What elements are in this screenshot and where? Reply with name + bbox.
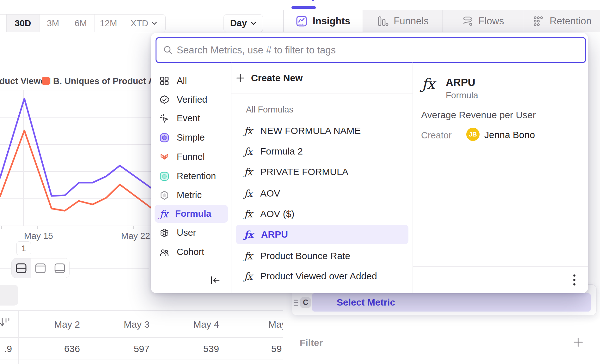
split-rows-icon bbox=[15, 263, 27, 274]
formula-item-arpu-selected[interactable]: ƒx ARPU bbox=[236, 225, 408, 244]
category-user[interactable]: User bbox=[155, 224, 228, 242]
tab-label: Flows bbox=[479, 15, 504, 27]
layout-chart-only-button[interactable] bbox=[31, 258, 50, 278]
time-range-xtd[interactable]: XTD bbox=[122, 15, 165, 32]
funnel-metric-icon bbox=[160, 152, 169, 162]
formula-item[interactable]: ƒx Formula 2 bbox=[236, 142, 408, 161]
category-all[interactable]: All bbox=[155, 72, 228, 90]
granularity-button[interactable]: Day bbox=[223, 14, 263, 32]
tab-funnels[interactable]: Funnels bbox=[363, 10, 443, 32]
tab-insights[interactable]: Insights bbox=[283, 10, 363, 32]
tab-label: Retention bbox=[550, 15, 592, 27]
divider bbox=[413, 62, 413, 293]
formula-item[interactable]: ƒx Product Bounce Rate bbox=[236, 246, 408, 266]
event-cursor-icon bbox=[160, 114, 169, 123]
divider bbox=[18, 310, 19, 364]
user-cluster-icon bbox=[160, 228, 169, 238]
formula-item[interactable]: ƒx AOV ($) bbox=[236, 204, 408, 224]
category-label: Simple bbox=[177, 132, 205, 143]
category-funnel[interactable]: Funnel bbox=[155, 148, 228, 166]
layout-table-only-button[interactable] bbox=[50, 258, 69, 278]
legend-item-b-label: B. Uniques of Product Add bbox=[53, 76, 165, 86]
tab-flows[interactable]: Flows bbox=[443, 10, 523, 32]
layout-split-button[interactable] bbox=[12, 258, 31, 278]
report-tabbar: Insights Funnels Flows bbox=[283, 10, 600, 32]
formula-fx-icon: ƒx bbox=[244, 166, 252, 178]
nav-indicator-fragment bbox=[312, 0, 314, 1]
formula-fx-icon: ƒx bbox=[160, 208, 168, 220]
add-filter-button[interactable] bbox=[573, 337, 584, 348]
formula-item[interactable]: ƒx AOV bbox=[236, 184, 408, 203]
search-input[interactable] bbox=[176, 44, 585, 56]
table-header-may5-clipped: May bbox=[268, 319, 283, 330]
detail-title: ARPU bbox=[446, 76, 475, 88]
formula-fx-icon-large: ƒx bbox=[422, 75, 434, 93]
category-label: Retention bbox=[177, 171, 216, 181]
category-formula[interactable]: ƒx Formula bbox=[155, 205, 228, 223]
formula-fx-icon: ƒx bbox=[244, 270, 252, 282]
formula-fx-icon: ƒx bbox=[244, 229, 253, 240]
kebab-menu-icon[interactable] bbox=[572, 274, 577, 286]
series-line-purple bbox=[0, 99, 151, 196]
formula-item[interactable]: ƒx NEW FORMULA NAME bbox=[236, 121, 408, 141]
time-range-3m[interactable]: 3M bbox=[39, 15, 67, 32]
metric-hexagon-icon bbox=[160, 191, 169, 200]
category-simple[interactable]: Simple bbox=[155, 129, 228, 147]
legend-swatch-b bbox=[42, 77, 50, 85]
time-range-6m[interactable]: 6M bbox=[67, 15, 95, 32]
category-label: User bbox=[177, 228, 196, 238]
tab-retention[interactable]: Retention bbox=[523, 10, 600, 32]
formula-item-label: AOV bbox=[260, 188, 280, 199]
formula-item[interactable]: ƒx PRIVATE FORMULA bbox=[236, 162, 408, 182]
divider bbox=[0, 360, 283, 360]
table-cell: 597 bbox=[88, 343, 150, 354]
table-header-may2: May 2 bbox=[18, 319, 80, 330]
create-new-button[interactable]: Create New bbox=[236, 73, 303, 83]
table-cell-frozen: .9 bbox=[0, 343, 12, 354]
time-range-partial[interactable] bbox=[0, 15, 6, 32]
formula-item-label: PRIVATE FORMULA bbox=[260, 167, 348, 177]
verified-badge-icon bbox=[160, 95, 169, 105]
formula-item-label: Product Viewed over Added bbox=[260, 271, 377, 282]
series-tab-stub[interactable] bbox=[0, 285, 18, 306]
sort-descending-icon[interactable] bbox=[0, 317, 11, 328]
formula-fx-icon: ƒx bbox=[244, 125, 252, 136]
category-label: Verified bbox=[177, 94, 207, 105]
page-number-button[interactable]: 1 bbox=[16, 241, 31, 255]
section-label: All Formulas bbox=[246, 105, 293, 115]
layout-toggle-group bbox=[11, 258, 70, 278]
time-range-control: 30D 3M 6M 12M XTD bbox=[0, 14, 166, 32]
search-icon bbox=[163, 46, 173, 55]
divider bbox=[0, 310, 283, 311]
search-bar bbox=[156, 37, 586, 63]
flows-icon bbox=[462, 15, 474, 27]
category-cohort[interactable]: Cohort bbox=[155, 243, 228, 261]
tab-label: Insights bbox=[313, 15, 350, 27]
formula-item[interactable]: ƒx Product Viewed over Added bbox=[236, 266, 408, 286]
table-header-may4: May 4 bbox=[157, 319, 219, 330]
creator-label: Creator bbox=[421, 130, 452, 141]
category-retention[interactable]: Retention bbox=[155, 167, 228, 185]
avatar: JB bbox=[466, 128, 480, 141]
drag-handle-icon[interactable] bbox=[293, 299, 298, 307]
time-range-12m[interactable]: 12M bbox=[95, 15, 122, 32]
category-event[interactable]: Event bbox=[155, 109, 228, 127]
category-metric[interactable]: Metric bbox=[155, 186, 228, 204]
formula-item-label: AOV ($) bbox=[260, 209, 294, 219]
time-range-30d[interactable]: 30D bbox=[6, 15, 39, 32]
category-verified[interactable]: Verified bbox=[155, 91, 228, 109]
chevron-down-icon bbox=[151, 21, 157, 25]
divider bbox=[151, 267, 231, 267]
detail-type-label: Formula bbox=[446, 90, 478, 100]
category-label: Event bbox=[177, 113, 200, 124]
top-panel-icon bbox=[34, 263, 46, 274]
simple-metric-icon bbox=[160, 133, 169, 143]
category-label: Funnel bbox=[177, 152, 205, 162]
table-cell-clipped: 59 bbox=[271, 343, 283, 354]
category-label: Formula bbox=[175, 209, 211, 219]
x-tick-may15: May 15 bbox=[16, 231, 61, 241]
divider bbox=[283, 10, 284, 32]
select-metric-row[interactable]: Select Metric bbox=[312, 293, 591, 312]
line-chart bbox=[0, 89, 151, 230]
collapse-panel-icon[interactable] bbox=[210, 276, 221, 285]
